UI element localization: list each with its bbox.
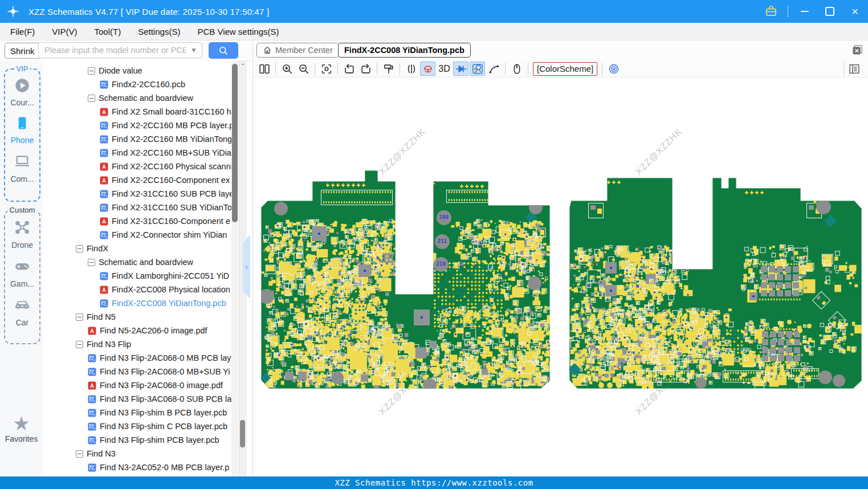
pcb-file-icon — [100, 121, 112, 130]
vip-sidebar: VIPCour...PhoneCom...CustomDroneGam...Ca… — [0, 60, 43, 476]
sidebar-group-label: VIP — [15, 64, 30, 73]
tree-group-schematic-and-boardview[interactable]: Schematic and boardview — [43, 255, 231, 269]
paint-roller-icon[interactable] — [381, 62, 396, 76]
tree-item-find-x2-2cc160-mb-sub-yidia[interactable]: Find X2-2CC160 MB+SUB YiDia — [43, 146, 231, 160]
rotate-right-icon[interactable] — [358, 62, 373, 76]
app-window: XZZ Schematics V4.77 [ VIP Due date: 202… — [0, 0, 868, 489]
search-input[interactable] — [39, 46, 186, 55]
sidebar-item-com[interactable]: Com... — [5, 153, 39, 184]
collapse-icon[interactable] — [76, 341, 83, 348]
close-button[interactable]: × — [846, 3, 863, 20]
scrollbar-up-icon[interactable]: ⌃ — [239, 62, 246, 70]
sidebar-group-vip: VIPCour...PhoneCom... — [4, 68, 40, 202]
pdf-file-icon — [100, 217, 112, 226]
sidebar-item-favorites[interactable]: ★Favorites — [0, 414, 43, 443]
layer-panel-icon[interactable] — [847, 62, 862, 76]
3d-label[interactable]: 3D — [437, 62, 452, 76]
tree-item-find-n3-flip-3ac068-0-sub-pcb-la[interactable]: Find N3 Flip-3AC068-0 SUB PCB la — [43, 392, 231, 406]
tree-item-findx-lamborghini-2cc051-yid[interactable]: FindX Lamborghini-2CC051 YiD — [43, 269, 231, 283]
tree-item-findx2-2cc160-pcb[interactable]: Findx2-2CC160.pcb — [43, 78, 231, 91]
pcb-file-icon — [88, 368, 100, 376]
pcb-file-icon — [100, 190, 112, 198]
zoom-in-icon[interactable] — [279, 62, 295, 76]
shrink-button[interactable]: Shrink — [5, 43, 40, 59]
tree-group-schematic-and-boardview[interactable]: Schematic and boardview — [43, 91, 231, 105]
tree-item-find-x2-small-board-31cc160-h[interactable]: Find X2 Small board-31CC160 h — [43, 105, 231, 119]
mouse-icon[interactable] — [509, 62, 524, 76]
pcb-file-icon — [100, 203, 112, 212]
tree-item-find-n3-flip-shim-c-pcb-layer-pcb[interactable]: Find N3 Flip-shim C PCB layer.pcb — [43, 419, 231, 433]
menu-item-pcb-view-settings-s-[interactable]: PCB View settings(S) — [197, 27, 279, 36]
collapse-icon[interactable] — [88, 95, 95, 102]
pcb-canvas[interactable] — [253, 78, 868, 476]
tab-pcb-file[interactable]: FindX-2CC008 YiDianTong.pcb — [338, 43, 471, 58]
sidebar-item-phone[interactable]: Phone — [5, 115, 39, 145]
fit-view-icon[interactable] — [319, 62, 334, 76]
tree-item-find-x2-2cc160-mb-yidiantong[interactable]: Find X2-2CC160 MB YiDianTong — [43, 132, 231, 146]
tree-group-diode-value[interactable]: Diode value — [43, 64, 231, 78]
zoom-out-icon[interactable] — [296, 62, 311, 76]
tree-item-find-n3-flip-2ac068-0-mb-pcb-lay[interactable]: Find N3 Flip-2AC068-0 MB PCB lay — [43, 351, 231, 365]
tree-item-find-n3-flip-shim-b-pcb-layer-pcb[interactable]: Find N3 Flip-shim B PCB layer.pcb — [43, 406, 231, 419]
pcb-file-icon — [88, 422, 100, 431]
tree-item-find-x2-2cc160-mb-pcb-layer-p[interactable]: Find X2-2CC160 MB PCB layer.p — [43, 119, 231, 132]
tree-item-find-x2-connector-shim-yidian[interactable]: Find X2-Connector shim YiDian — [43, 228, 231, 242]
tree-item-find-n3-flip-2ac068-0-image-pdf[interactable]: Find N3 Flip-2AC068-0 image.pdf — [43, 378, 231, 392]
app-logo-icon — [3, 2, 23, 21]
tab-member-center[interactable]: Member Center — [256, 43, 339, 58]
color-scheme-button[interactable]: [ColorScheme] — [533, 62, 597, 76]
pcb-file-icon — [88, 463, 100, 472]
chevron-down-icon[interactable]: ▼ — [186, 46, 202, 54]
tree-item-findx-2cc008-physical-location[interactable]: FindX-2CC008 Physical location — [43, 283, 231, 296]
toolbar-divider — [843, 60, 844, 78]
menu-item-tool-t-[interactable]: Tool(T) — [95, 27, 121, 36]
collapse-icon[interactable] — [76, 450, 83, 458]
tree-item-find-x2-31cc160-component-e[interactable]: Find X2-31CC160-Component e — [43, 214, 231, 228]
close-all-tabs-icon[interactable] — [851, 43, 863, 56]
split-view-icon[interactable] — [256, 62, 272, 76]
measure-curve-icon[interactable] — [486, 62, 502, 76]
top-row: Shrink ▼ Member Center FindX-2CC008 YiDi… — [0, 41, 868, 61]
tree-group-find-n3-flip[interactable]: Find N3 Flip — [43, 337, 231, 351]
sidebar-item-cour[interactable]: Cour... — [5, 78, 39, 107]
tree-group-find-n3[interactable]: Find N3 — [43, 447, 231, 461]
diode-icon[interactable] — [453, 62, 468, 76]
vip-lock-icon[interactable] — [763, 3, 780, 20]
tree-item-find-n5-2ac206-0-image-pdf[interactable]: Find N5-2AC206-0 image.pdf — [43, 324, 231, 337]
maximize-button[interactable] — [821, 3, 838, 20]
minimize-button[interactable] — [796, 3, 813, 20]
tree-item-find-n3-2ac052-0-mb-pcb-layer-p[interactable]: Find N3-2AC052-0 MB PCB layer.p — [43, 461, 231, 474]
sidebar-item-gam[interactable]: Gam... — [5, 258, 39, 288]
tree-item-find-n3-flip-2ac068-0-mb-sub-yi[interactable]: Find N3 Flip-2AC068-0 MB+SUB Yi — [43, 365, 231, 378]
tree-group-find-n5[interactable]: Find N5 — [43, 310, 231, 324]
probe-icon[interactable] — [470, 62, 485, 76]
sidebar-item-drone[interactable]: Drone — [5, 219, 39, 250]
tree-item-find-x2-31cc160-sub-pcb-laye[interactable]: Find X2-31CC160 SUB PCB laye — [43, 187, 231, 201]
color-rings-icon[interactable] — [606, 62, 621, 76]
mirror-flip-icon[interactable] — [404, 62, 419, 76]
sidebar-group-custom: CustomDroneGam...Car — [4, 210, 40, 344]
tree-item-find-x2-2cc160-physical-scanni[interactable]: Find X2-2CC160 Physical scanni — [43, 160, 231, 173]
titlebar-separator — [788, 6, 788, 17]
menu-item-settings-s-[interactable]: Settings(S) — [138, 27, 180, 36]
menu-item-file-f-[interactable]: File(F) — [10, 27, 35, 36]
panel-scrollbar-thumb[interactable] — [240, 420, 245, 447]
collapse-icon[interactable] — [88, 259, 95, 266]
rotate-left-icon[interactable] — [341, 62, 357, 76]
search-button[interactable] — [209, 42, 238, 59]
tree-group-findx[interactable]: FindX — [43, 242, 231, 255]
lamp-icon[interactable] — [420, 62, 435, 76]
tree-item-findx-2cc008-yidiantong-pcb[interactable]: FindX-2CC008 YiDianTong.pcb — [43, 296, 231, 310]
tree-item-find-x2-2cc160-component-ex[interactable]: Find X2-2CC160-Component ex — [43, 173, 231, 187]
collapse-icon[interactable] — [88, 67, 95, 75]
tree-scrollbar-thumb[interactable] — [232, 64, 238, 222]
collapse-left-panel-handle[interactable]: ‹ — [243, 235, 250, 299]
toolbar-separator — [377, 63, 377, 75]
laptop-icon — [14, 153, 31, 172]
collapse-icon[interactable] — [76, 245, 83, 252]
tree-item-find-x2-31cc160-sub-yidianto[interactable]: Find X2-31CC160 SUB YiDianTo — [43, 201, 231, 214]
tree-item-find-n3-flip-shim-pcb-layer-pcb[interactable]: Find N3 Flip-shim PCB layer.pcb — [43, 433, 231, 447]
sidebar-item-car[interactable]: Car — [5, 296, 39, 327]
menu-item-vip-v-[interactable]: VIP(V) — [52, 27, 77, 36]
collapse-icon[interactable] — [76, 313, 83, 321]
